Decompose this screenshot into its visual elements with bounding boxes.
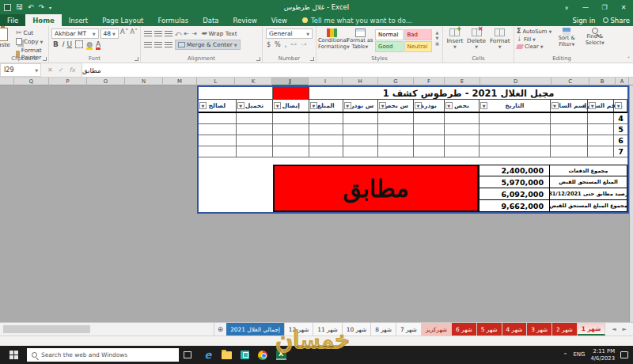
sheet-tab-شهر 1[interactable]: شهر 1 xyxy=(578,323,605,336)
edge-icon[interactable]: e xyxy=(203,350,214,361)
sheet-tab-شهر 10[interactable]: شهر 10 xyxy=(343,323,371,336)
decrease-indent-icon[interactable]: ⇤ xyxy=(184,30,190,37)
borders-icon[interactable] xyxy=(75,40,83,48)
sheet-tab-شهر 8[interactable]: شهر 8 xyxy=(371,323,396,336)
column-س بودرة[interactable]: س بودرة▼ xyxy=(343,100,379,112)
number-dialog-launcher[interactable] xyxy=(310,57,314,61)
summary-label[interactable]: مجموع المبلغ المستحق للقبض xyxy=(550,200,627,212)
serial-cell[interactable]: 4 xyxy=(614,113,627,124)
align-center-icon[interactable] xyxy=(154,42,162,48)
cell-empty[interactable] xyxy=(378,124,414,135)
chrome-icon[interactable] xyxy=(257,350,268,361)
language-indicator[interactable]: ENG xyxy=(573,352,585,358)
cell-empty[interactable] xyxy=(378,146,414,157)
sheet-tab-شهر 2[interactable]: شهر 2 xyxy=(552,323,578,336)
cell-empty[interactable] xyxy=(199,165,273,212)
alignment-dialog-launcher[interactable] xyxy=(256,57,260,61)
column-header-partial[interactable] xyxy=(0,78,14,85)
column-header-Q[interactable]: Q xyxy=(14,78,49,85)
cell-empty[interactable] xyxy=(588,135,614,146)
red-flag-cell[interactable] xyxy=(273,87,309,100)
filter-dropdown-icon[interactable]: ▼ xyxy=(480,102,487,109)
cell-empty[interactable] xyxy=(309,124,343,135)
filter-dropdown-icon[interactable]: ▼ xyxy=(589,102,596,109)
filter-dropdown-icon[interactable]: ▼ xyxy=(274,102,281,109)
column-م[interactable]: م▼ xyxy=(614,100,627,112)
column-بحص[interactable]: بحص▼ xyxy=(445,100,480,112)
font-size-select[interactable]: 48▼ xyxy=(100,28,119,39)
cell-empty[interactable] xyxy=(237,124,274,135)
gallery-down-icon[interactable]: ▼ xyxy=(434,36,441,40)
column-header-F[interactable]: F xyxy=(414,78,445,85)
cell-empty[interactable] xyxy=(199,124,237,135)
column-س بحص[interactable]: س بحص▼ xyxy=(378,100,414,112)
bold-button[interactable]: B xyxy=(53,40,59,48)
merge-center-button[interactable]: Merge & Center▼ xyxy=(175,40,241,50)
cell-empty[interactable] xyxy=(237,135,274,146)
align-middle-icon[interactable] xyxy=(154,31,162,37)
cell-empty[interactable] xyxy=(378,113,414,124)
cell-empty[interactable] xyxy=(414,124,445,135)
column-header-L[interactable]: L xyxy=(197,78,235,85)
insert-function-icon[interactable]: fx xyxy=(69,66,75,74)
ribbon-tab-file[interactable]: File xyxy=(0,14,25,26)
ribbon-tab-page-layout[interactable]: Page Layout xyxy=(95,14,150,26)
align-top-icon[interactable] xyxy=(144,31,152,37)
italic-button[interactable]: I xyxy=(62,40,64,48)
shrink-font-icon[interactable]: A˅ xyxy=(131,28,138,39)
sheet-tab-شهركريز[interactable]: شهركريز xyxy=(422,323,452,336)
fill-color-icon[interactable]: ◍ xyxy=(86,41,93,48)
cell-empty[interactable] xyxy=(445,146,480,157)
ribbon-tab-review[interactable]: Review xyxy=(226,14,264,26)
ribbon-tab-home[interactable]: Home xyxy=(25,14,62,26)
font-color-icon[interactable]: A xyxy=(96,41,100,48)
column-header-P[interactable]: P xyxy=(49,78,87,85)
format-as-table-button[interactable]: Format as Table▼ xyxy=(347,28,373,55)
column-header-N[interactable]: N xyxy=(125,78,163,85)
cell-empty[interactable] xyxy=(199,87,273,100)
copy-button[interactable]: Copy▼ xyxy=(14,37,48,46)
insert-cells-button[interactable]: Insert▼ xyxy=(446,28,463,55)
column-header-E[interactable]: E xyxy=(445,78,480,85)
autosum-button[interactable]: ΣAutoSum▼ xyxy=(517,28,552,35)
format-cells-button[interactable]: Format▼ xyxy=(490,28,510,55)
column-header-G[interactable]: G xyxy=(378,78,414,85)
cell-empty[interactable] xyxy=(445,124,480,135)
sheet-title-cell[interactable]: مجبل الغلال 2021 - طرطوس كشف 1 xyxy=(309,87,627,100)
cell-empty[interactable] xyxy=(309,146,343,157)
summary-value[interactable]: 6,092,000 xyxy=(479,188,550,200)
cell-empty[interactable] xyxy=(445,135,480,146)
column-header-J[interactable]: J xyxy=(272,78,309,85)
cell-empty[interactable] xyxy=(273,124,309,135)
filter-dropdown-icon[interactable]: ▼ xyxy=(199,102,207,109)
cancel-icon[interactable]: ✕ xyxy=(47,66,53,74)
cell-empty[interactable] xyxy=(237,113,274,124)
conditional-formatting-button[interactable]: Conditional Formatting▼ xyxy=(318,28,345,55)
column-header-A[interactable]: A xyxy=(616,78,629,85)
ribbon-tab-insert[interactable]: Insert xyxy=(62,14,95,26)
ribbon-tab-view[interactable]: View xyxy=(264,14,294,26)
cell-empty[interactable] xyxy=(343,146,379,157)
cell-empty[interactable] xyxy=(414,135,445,146)
sheet-tab-شهر 5[interactable]: شهر 5 xyxy=(477,323,502,336)
summary-value[interactable]: 5,970,000 xyxy=(479,176,550,188)
column-header-K[interactable]: K xyxy=(235,78,272,85)
column-بودرة[interactable]: بودرة▼ xyxy=(414,100,445,112)
enter-icon[interactable]: ✓ xyxy=(59,66,64,74)
cell-empty[interactable] xyxy=(479,135,550,146)
column-header-I[interactable]: I xyxy=(309,78,343,85)
cell-empty[interactable] xyxy=(343,113,379,124)
ribbon-tab-formulas[interactable]: Formulas xyxy=(150,14,195,26)
column-تحميل[interactable]: تحميل▼ xyxy=(237,100,274,112)
cut-button[interactable]: ✂Cut xyxy=(14,28,48,37)
style-chip-normal[interactable]: Normal xyxy=(375,29,404,40)
tell-me-box[interactable]: Tell me what you want to do... xyxy=(302,14,412,26)
summary-label[interactable]: المبلغ المستحق للقبض xyxy=(550,176,627,188)
cell-empty[interactable] xyxy=(551,113,589,124)
column-المبلغ[interactable]: المبلغ▼ xyxy=(309,100,343,112)
close-button[interactable]: ✕ xyxy=(614,0,633,14)
align-right-icon[interactable] xyxy=(165,42,172,48)
comma-style-icon[interactable]: , xyxy=(285,41,287,48)
task-view-button[interactable] xyxy=(179,351,196,358)
scroll-thumb[interactable] xyxy=(3,325,90,333)
